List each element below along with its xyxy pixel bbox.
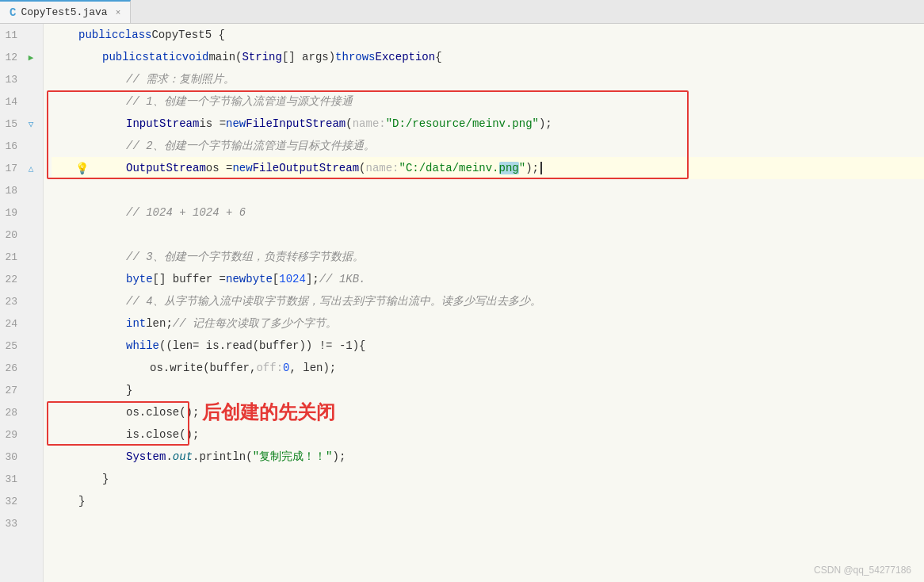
- code-content[interactable]: public class CopyTest5 {public static vo…: [44, 24, 924, 582]
- gutter-line: 31: [0, 468, 43, 490]
- code-line: // 1024 + 1024 + 6: [52, 201, 924, 224]
- gutter-line: 33: [0, 512, 43, 534]
- gutter-line: 23: [0, 290, 43, 312]
- token: OutputStream: [126, 162, 206, 174]
- code-line: public static void main(String[] args) t…: [52, 46, 924, 68]
- gutter-line: 18: [0, 179, 43, 201]
- line-number: 20: [0, 229, 24, 241]
- gutter-line: 15▽: [0, 113, 43, 135]
- code-line: // 4、从字节输入流中读取字节数据，写出去到字节输出流中。读多少写出去多少。: [52, 290, 924, 312]
- token: // 1KB.: [319, 273, 366, 285]
- gutter-line: 16: [0, 135, 43, 157]
- token: off:: [256, 362, 283, 374]
- text-cursor: [540, 162, 542, 174]
- token: }: [78, 495, 85, 507]
- code-line: [52, 179, 924, 201]
- token: // 2、创建一个字节输出流管道与目标文件接通。: [126, 139, 375, 153]
- token: [] buffer =: [153, 273, 226, 285]
- token: out: [173, 450, 193, 463]
- watermark: CSDN @qq_54277186: [814, 565, 911, 576]
- code-line: InputStream is = new FileInputStream( na…: [52, 113, 924, 135]
- gutter-line: 32: [0, 490, 43, 512]
- gutter-line: 20: [0, 224, 43, 246]
- token: // 1024 + 1024 + 6: [126, 206, 246, 219]
- token: name:: [365, 162, 399, 174]
- token: .println(: [193, 450, 253, 463]
- close-icon[interactable]: ×: [116, 8, 121, 17]
- code-line: os.write(buffer, off: 0, len);: [52, 357, 924, 379]
- line-number: 16: [0, 140, 24, 152]
- code-line: [52, 224, 924, 246]
- token: 0: [283, 362, 289, 374]
- line-number: 32: [0, 496, 24, 507]
- token: , len);: [289, 362, 336, 374]
- download-icon: ▽: [24, 119, 38, 129]
- token: int: [126, 317, 146, 330]
- line-number: 31: [0, 473, 24, 485]
- token: }: [102, 473, 109, 485]
- line-number: 11: [0, 29, 24, 41]
- line-number: 29: [0, 429, 24, 441]
- line-number: 12: [0, 52, 24, 63]
- token: [] args): [282, 51, 335, 63]
- token: // 1、创建一个字节输入流管道与源文件接通: [126, 94, 353, 109]
- gutter-line: 22: [0, 268, 43, 290]
- token: name:: [353, 117, 386, 130]
- code-line: // 3、创建一个字节数组，负责转移字节数据。: [52, 246, 924, 268]
- token: new: [226, 117, 246, 130]
- token: (: [346, 117, 352, 130]
- file-tab[interactable]: C CopyTest5.java ×: [0, 0, 131, 23]
- token: CopyTest5 {: [151, 29, 224, 41]
- gutter-line: 17△: [0, 157, 43, 179]
- token: );: [525, 162, 539, 174]
- run-icon: ▶: [24, 52, 38, 63]
- token: ((: [159, 339, 173, 352]
- token: static: [142, 51, 181, 63]
- token: new: [232, 162, 252, 174]
- token: String: [242, 51, 281, 63]
- token: System: [126, 450, 166, 463]
- gutter-line: 25: [0, 335, 43, 357]
- gutter-line: 27: [0, 379, 43, 401]
- line-number: 33: [0, 518, 24, 530]
- token: FileOutputStream: [253, 162, 359, 174]
- token: main(: [208, 51, 242, 63]
- token: throws: [335, 51, 375, 63]
- token: (: [359, 162, 365, 174]
- token: os =: [206, 162, 233, 174]
- line-number: 13: [0, 74, 24, 86]
- token: // 记住每次读取了多少个字节。: [173, 316, 337, 331]
- line-number: 28: [0, 407, 24, 419]
- gutter-line: 24: [0, 312, 43, 335]
- code-line: // 需求：复制照片。: [52, 68, 924, 90]
- line-number: 15: [0, 118, 24, 130]
- token: {: [435, 51, 441, 63]
- token: "D:/resource/meinv.png": [386, 117, 539, 130]
- token: png: [499, 162, 519, 174]
- token: .: [166, 450, 172, 463]
- token: // 需求：复制照片。: [126, 72, 235, 86]
- token: Exception: [376, 51, 436, 63]
- line-number: 30: [0, 451, 24, 463]
- gutter-line: 30: [0, 446, 43, 468]
- token: void: [182, 51, 209, 63]
- java-icon: C: [10, 6, 16, 19]
- token: os.close();: [126, 406, 199, 419]
- token: len;: [146, 317, 173, 330]
- line-number: 14: [0, 96, 24, 108]
- token: public: [102, 51, 142, 63]
- line-number: 24: [0, 318, 24, 330]
- token: new: [226, 273, 246, 285]
- line-number: 22: [0, 274, 24, 285]
- token: InputStream: [126, 117, 199, 130]
- gutter-line: 29: [0, 423, 43, 446]
- line-number: 23: [0, 296, 24, 308]
- line-number: 19: [0, 207, 24, 219]
- token: public: [78, 29, 118, 41]
- bulb-icon[interactable]: 💡: [75, 162, 89, 175]
- line-number: 21: [0, 251, 24, 263]
- code-line: is.close();: [52, 423, 924, 446]
- token: // 3、创建一个字节数组，负责转移字节数据。: [126, 250, 364, 264]
- upload-icon: △: [24, 163, 38, 174]
- token: "复制完成！！": [253, 450, 333, 464]
